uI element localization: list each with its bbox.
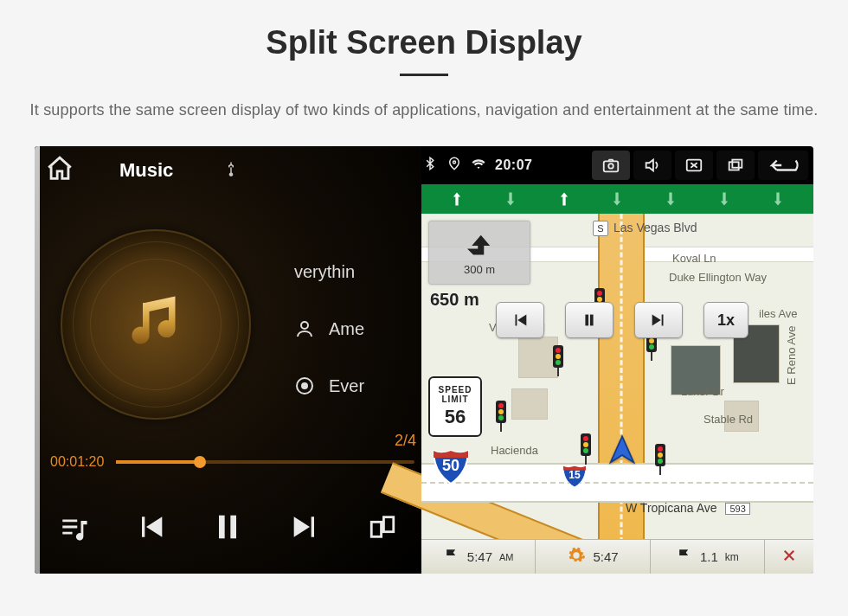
map-speed-button[interactable]: 1x	[703, 302, 748, 338]
distance-item[interactable]: 1.1 km	[651, 540, 765, 574]
music-note-icon	[121, 290, 190, 359]
close-nav-button[interactable]	[765, 540, 813, 574]
street-label: Stable Rd	[703, 413, 753, 426]
wifi-icon	[471, 156, 486, 175]
traffic-light-icon	[494, 401, 508, 432]
traffic-light-icon	[551, 345, 565, 376]
flag-icon	[443, 547, 460, 567]
street-label: Koval Ln	[672, 252, 716, 265]
street-label: Las Vegas Blvd	[593, 221, 697, 236]
map-pane[interactable]: Las Vegas Blvd Koval Ln Duke Ellington W…	[421, 184, 813, 574]
page-title: Split Screen Display	[0, 24, 848, 61]
elapsed-time: 00:01:20	[50, 454, 104, 470]
map-bottom-bar: 5:47 AM 5:47 1.1 km	[421, 539, 813, 574]
lane-arrow-icon	[768, 189, 788, 209]
svg-rect-4	[231, 516, 237, 539]
eta-time: 5:47	[467, 549, 492, 564]
speed-limit-label-1: SPEED	[439, 385, 472, 395]
road	[421, 463, 813, 503]
speed-limit-value: 56	[445, 406, 466, 428]
route-shield-number: 50	[430, 457, 472, 475]
turn-left-icon	[461, 230, 498, 261]
route-shield-icon: 50	[430, 446, 472, 485]
svg-point-2	[302, 383, 307, 388]
next-turn-distance: 650 m	[430, 290, 479, 310]
progress-bar[interactable]	[116, 460, 414, 464]
track-row-3-text: Ever	[329, 376, 364, 396]
traffic-light-icon	[653, 444, 667, 475]
svg-rect-3	[219, 516, 225, 539]
eta-item[interactable]: 5:47 AM	[421, 540, 536, 574]
flag-icon	[676, 547, 693, 567]
interstate-number: 15	[562, 469, 588, 481]
mode-button[interactable]	[357, 501, 408, 553]
map-next-button[interactable]	[634, 302, 683, 338]
street-name: W Tropicana Ave	[626, 501, 717, 515]
track-row-1-text: verythin	[294, 262, 355, 282]
close-icon	[781, 548, 797, 566]
home-icon[interactable]	[45, 154, 74, 187]
interstate-shield-icon: 15	[562, 463, 588, 487]
track-row-2-text: Ame	[329, 319, 364, 339]
map-previous-button[interactable]	[496, 302, 544, 338]
eta-ampm: AM	[499, 552, 514, 562]
street-label: W Tropicana Ave 593	[626, 501, 750, 515]
svg-rect-13	[585, 315, 588, 326]
music-title: Music	[119, 159, 173, 182]
map-playback-controls: 1x	[496, 302, 748, 338]
turn-preview: 300 m	[428, 221, 530, 285]
svg-rect-12	[732, 160, 742, 168]
track-list: verythin Ame Ever	[294, 243, 424, 414]
progress-row: 00:01:20	[50, 454, 414, 470]
lane-arrow-icon	[554, 189, 575, 209]
pause-button[interactable]	[202, 501, 254, 553]
street-label: E Reno Ave	[785, 326, 798, 385]
distance-unit: km	[725, 551, 739, 563]
track-row-title: verythin	[294, 243, 424, 300]
route-tag: 593	[725, 503, 749, 515]
distance-value: 1.1	[700, 549, 718, 564]
svg-rect-8	[604, 161, 619, 171]
location-icon	[446, 156, 462, 175]
svg-rect-14	[590, 315, 594, 326]
status-right	[592, 151, 813, 180]
duration-value: 5:47	[593, 549, 618, 564]
next-button[interactable]	[279, 501, 331, 553]
track-row-artist: Ame	[294, 300, 424, 357]
lane-arrow-icon	[660, 189, 681, 209]
status-time: 20:07	[495, 157, 532, 173]
music-pane: Music verythin	[35, 146, 421, 574]
lane-arrow-icon	[714, 189, 735, 209]
previous-button[interactable]	[125, 501, 177, 553]
lane-guidance	[421, 184, 813, 214]
building	[511, 388, 548, 420]
device-screen: Music verythin	[35, 146, 813, 574]
recent-apps-button[interactable]	[716, 151, 755, 180]
street-label: Hacienda	[491, 444, 538, 457]
gear-icon	[567, 546, 586, 568]
progress-knob[interactable]	[194, 456, 206, 468]
track-index: 2/4	[395, 432, 416, 450]
street-label: iles Ave	[759, 307, 798, 320]
usb-icon	[213, 158, 239, 183]
title-underline	[400, 74, 448, 76]
svg-rect-11	[729, 162, 739, 170]
back-button[interactable]	[758, 151, 808, 180]
close-app-button[interactable]	[675, 151, 713, 180]
turn-distance: 300 m	[464, 263, 495, 276]
playlist-button[interactable]	[48, 501, 100, 553]
page-description: It supports the same screen display of t…	[26, 99, 822, 122]
music-topbar: Music	[35, 146, 421, 195]
svg-point-9	[608, 164, 614, 169]
volume-button[interactable]	[633, 151, 671, 180]
screenshot-button[interactable]	[592, 151, 630, 180]
track-row-album: Ever	[294, 357, 424, 414]
lane-arrow-icon	[607, 189, 627, 209]
status-bar: 20:07	[415, 146, 813, 184]
speed-limit-label-2: LIMIT	[441, 395, 468, 404]
street-label: Luxor Dr	[681, 385, 724, 398]
duration-item[interactable]: 5:47	[536, 540, 650, 574]
status-left: 20:07	[415, 156, 532, 175]
street-label: Duke Ellington Way	[669, 271, 767, 284]
map-pause-button[interactable]	[565, 302, 614, 338]
